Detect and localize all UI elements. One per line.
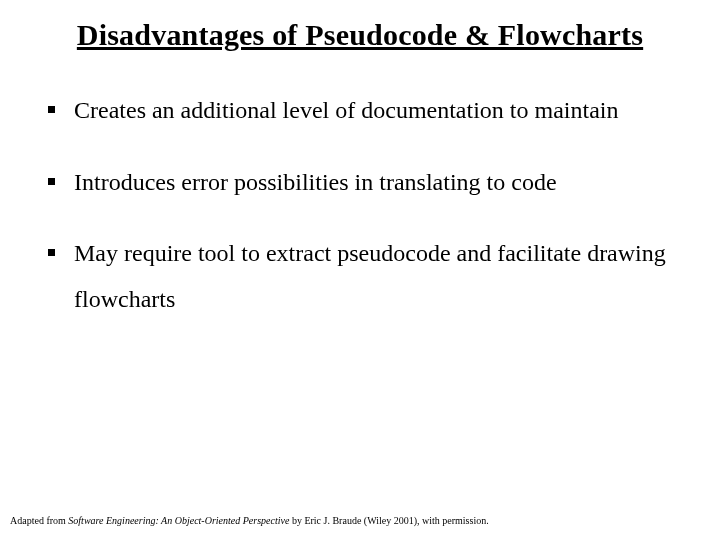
list-item: Introduces error possibilities in transl…	[48, 160, 692, 206]
slide-title: Disadvantages of Pseudocode & Flowcharts	[28, 18, 692, 52]
list-item: May require tool to extract pseudocode a…	[48, 231, 692, 322]
bullet-list: Creates an additional level of documenta…	[28, 88, 692, 322]
slide: Disadvantages of Pseudocode & Flowcharts…	[0, 0, 720, 540]
footer-book-title: Software Engineering: An Object-Oriented…	[68, 515, 289, 526]
footer-suffix: by Eric J. Braude (Wiley 2001), with per…	[289, 515, 488, 526]
footer-prefix: Adapted from	[10, 515, 68, 526]
list-item: Creates an additional level of documenta…	[48, 88, 692, 134]
attribution-footer: Adapted from Software Engineering: An Ob…	[10, 515, 489, 526]
